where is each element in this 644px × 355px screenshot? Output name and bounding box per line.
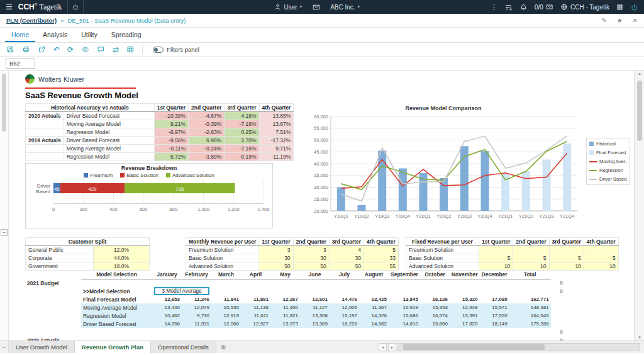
rate-cell[interactable]: 10: [479, 262, 513, 271]
sheet-tab-user-growth-model[interactable]: User Growth Model: [9, 341, 75, 353]
group-label[interactable]: 2020 Actuals: [26, 112, 64, 120]
segment-label[interactable]: Corporate: [26, 254, 94, 262]
empty-cell[interactable]: [551, 295, 565, 303]
value-cell[interactable]: 13,308: [300, 312, 330, 320]
segment-value[interactable]: 12.0%: [94, 246, 150, 254]
total-cell[interactable]: 148,481: [509, 303, 551, 312]
empty-cells[interactable]: [81, 336, 551, 341]
accuracy-cell[interactable]: -0.24%: [189, 145, 225, 153]
comment-icon[interactable]: [97, 45, 105, 54]
value-cell[interactable]: 11,611: [241, 312, 270, 320]
total-cell[interactable]: 175,286: [509, 320, 551, 328]
menu-tab-utility[interactable]: Utility: [75, 28, 104, 42]
solution-label[interactable]: Freemium Solution: [186, 246, 259, 254]
breadcrumb-root-link[interactable]: PLN (Contributor): [6, 17, 57, 24]
scroll-left-button[interactable]: ◄: [379, 343, 387, 351]
model-selector-input[interactable]: 3 Model Average: [154, 287, 209, 295]
menu-tab-analysis[interactable]: Analysis: [36, 28, 74, 42]
close-icon[interactable]: ✕: [633, 18, 638, 24]
selector-label[interactable]: >>Model Selection: [81, 287, 152, 295]
value-cell[interactable]: 14,810: [389, 320, 420, 328]
menu-tab-spreading[interactable]: Spreading: [105, 28, 148, 42]
rate-cell[interactable]: 5: [549, 254, 584, 262]
empty-cell[interactable]: [25, 303, 81, 312]
value-cell[interactable]: 11,891: [241, 295, 270, 303]
rate-cell[interactable]: 5: [364, 246, 399, 254]
model-label[interactable]: Driver Based Forecast: [64, 137, 154, 145]
model-row-label[interactable]: Regression Model: [81, 312, 152, 320]
mail-icon[interactable]: [312, 3, 320, 11]
model-row-label[interactable]: Moving Average Model: [81, 303, 152, 312]
total-cell[interactable]: 164,545: [509, 312, 551, 320]
value-cell[interactable]: 13,973: [270, 320, 300, 328]
rate-cell[interactable]: 4: [329, 246, 364, 254]
value-cell[interactable]: 15,391: [450, 312, 480, 320]
rate-cell[interactable]: 10: [513, 262, 549, 271]
accuracy-cell[interactable]: 13.85%: [259, 112, 294, 120]
value-cell[interactable]: 10,462: [152, 312, 182, 320]
rate-cell[interactable]: 30: [259, 254, 293, 262]
accuracy-cell[interactable]: 4.16%: [225, 112, 259, 120]
model-label[interactable]: Moving Average Model: [64, 145, 154, 153]
hamburger-menu-icon[interactable]: ☰: [6, 3, 13, 11]
collapse-panel-button[interactable]: −: [0, 341, 9, 353]
accuracy-cell[interactable]: -7.16%: [225, 145, 259, 153]
solution-label[interactable]: Freemium Solution: [406, 246, 479, 254]
value-cell[interactable]: 13,845: [389, 295, 420, 303]
accuracy-cell[interactable]: 6.96%: [189, 137, 225, 145]
rate-cell[interactable]: 30: [293, 254, 329, 262]
rate-cell[interactable]: 50: [259, 262, 293, 271]
accuracy-cell[interactable]: -0.19%: [225, 153, 259, 161]
accuracy-cell[interactable]: -11.19%: [259, 153, 294, 161]
grid-icon[interactable]: [126, 45, 135, 54]
solution-label[interactable]: Advanced Solution: [406, 262, 479, 271]
model-label[interactable]: Driver Based Forecast: [64, 112, 154, 120]
rate-cell[interactable]: 3: [293, 246, 329, 254]
accuracy-cell[interactable]: 13.67%: [259, 120, 294, 128]
empty-cells[interactable]: [25, 328, 551, 336]
section-label[interactable]: 2020 Actuals: [25, 336, 81, 341]
sheet-tab-operational-details[interactable]: Operational Details: [151, 341, 216, 353]
value-cell[interactable]: 13,369: [300, 320, 330, 328]
value-cell[interactable]: 15,571: [480, 303, 509, 312]
accuracy-cell[interactable]: -6.97%: [154, 128, 188, 137]
scroll-up-icon[interactable]: ▲: [635, 72, 644, 76]
empty-cell[interactable]: [551, 320, 565, 328]
value-cell[interactable]: 13,425: [359, 295, 389, 303]
total-cell[interactable]: 162,771: [509, 295, 551, 303]
value-cell[interactable]: 10,535: [211, 303, 241, 312]
add-sheet-button[interactable]: ⊕: [216, 341, 230, 353]
group-label[interactable]: [26, 128, 64, 137]
value-cell[interactable]: 12,653: [152, 295, 182, 303]
rate-cell[interactable]: [513, 246, 549, 254]
value-cell[interactable]: 16,226: [330, 320, 359, 328]
group-label[interactable]: [26, 153, 64, 161]
rate-cell[interactable]: [584, 246, 618, 254]
message-counter[interactable]: 0/0: [535, 3, 553, 11]
environment-menu[interactable]: CCH - Tagetik: [560, 3, 609, 11]
scroll-right-button[interactable]: ►: [388, 343, 396, 351]
empty-cell[interactable]: [25, 295, 81, 303]
zero-cell[interactable]: 0: [551, 287, 565, 295]
sheet-tab-revenue-growth-plan[interactable]: Revenue Growth Plan: [75, 341, 151, 353]
home-button[interactable]: [67, 0, 84, 14]
model-label[interactable]: Regression Model: [64, 128, 154, 137]
power-icon[interactable]: [630, 3, 638, 11]
value-cell[interactable]: 12,601: [300, 295, 330, 303]
value-cell[interactable]: 15,197: [330, 312, 359, 320]
undo-icon[interactable]: ↶: [53, 46, 60, 54]
horizontal-scrollbar[interactable]: [397, 343, 640, 351]
rate-cell[interactable]: 10: [549, 262, 584, 271]
collapse-rows-button[interactable]: −: [1, 229, 8, 236]
value-cell[interactable]: 16,126: [420, 295, 450, 303]
menu-tab-home[interactable]: Home: [5, 28, 35, 42]
value-cell[interactable]: 11,400: [270, 303, 300, 312]
kebab-menu-icon[interactable]: ⋮: [491, 4, 497, 11]
sync-icon[interactable]: ⇄: [113, 46, 119, 54]
edit-icon[interactable]: ✎: [601, 18, 606, 24]
empty-cell[interactable]: [25, 287, 81, 295]
print-icon[interactable]: [22, 45, 30, 54]
empty-cells[interactable]: [211, 287, 551, 295]
model-label[interactable]: Regression Model: [64, 153, 154, 161]
rate-cell[interactable]: 30: [329, 254, 364, 262]
